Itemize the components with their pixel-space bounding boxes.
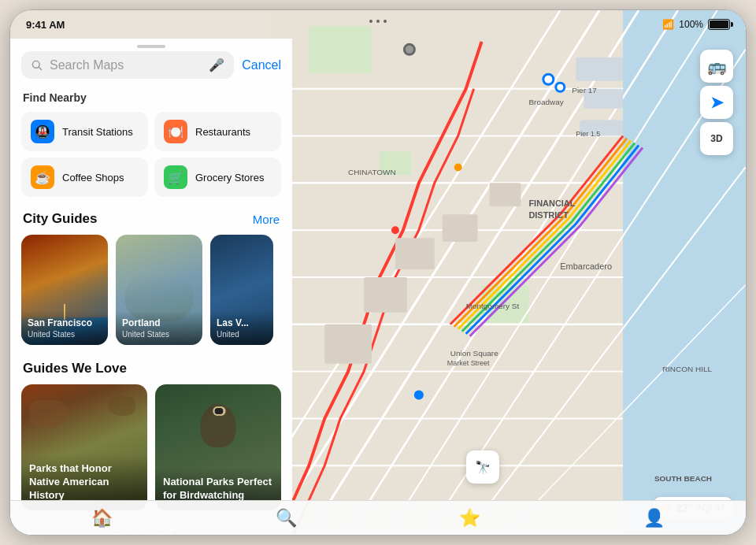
panel-handle <box>10 39 292 51</box>
restaurant-label: Restaurants <box>195 126 250 138</box>
search-icon <box>31 59 43 72</box>
search-placeholder: Search Maps <box>50 58 202 72</box>
profile-icon: 👤 <box>643 508 665 528</box>
transit-label: Transit Stations <box>62 126 133 138</box>
sf-title: San Francisco <box>28 317 102 330</box>
svg-text:Pier 1.5: Pier 1.5 <box>576 130 600 138</box>
drag-handle[interactable] <box>137 45 165 48</box>
map-controls: 🚌 ➤ 3D <box>700 50 733 155</box>
nearby-item-transit[interactable]: 🚇 Transit Stations <box>21 112 148 151</box>
portland-title: Portland <box>122 317 196 330</box>
location-button[interactable]: ➤ <box>700 86 733 119</box>
cancel-button[interactable]: Cancel <box>242 58 281 72</box>
guide-card-sf[interactable]: San Francisco United States <box>21 235 108 345</box>
3d-label: 3D <box>710 133 722 144</box>
svg-text:FINANCIAL: FINANCIAL <box>528 198 575 208</box>
svg-point-46 <box>414 391 424 400</box>
grocery-label: Grocery Stores <box>195 172 264 184</box>
svg-text:Union Square: Union Square <box>450 349 498 358</box>
svg-text:CHINATOWN: CHINATOWN <box>348 168 396 176</box>
search-input-wrapper[interactable]: Search Maps 🎤 <box>21 51 234 79</box>
svg-text:Montgomery St: Montgomery St <box>466 302 520 310</box>
find-nearby-label: Find Nearby <box>10 88 292 112</box>
nearby-item-restaurants[interactable]: 🍽️ Restaurants <box>154 112 281 151</box>
binoculars-button[interactable]: 🔭 <box>466 450 499 484</box>
nearby-grid: 🚇 Transit Stations 🍽️ Restaurants ☕ Coff… <box>10 112 292 208</box>
home-icon: 🏠 <box>91 508 113 528</box>
lasvegas-title: Las V... <box>217 317 267 330</box>
love-card-birds[interactable]: National Parks Perfect for Birdwatching <box>155 384 281 510</box>
transit-icon: 🚌 <box>707 57 727 76</box>
transit-button[interactable]: 🚌 <box>700 50 733 83</box>
svg-rect-29 <box>490 183 521 206</box>
binoculars-icon: 🔭 <box>475 460 491 475</box>
svg-text:DISTRICT: DISTRICT <box>528 210 569 220</box>
birds-title: National Parks Perfect for Birdwatching <box>163 476 273 502</box>
restaurant-icon: 🍽️ <box>164 120 187 143</box>
more-link[interactable]: More <box>253 213 280 226</box>
sf-card-overlay: San Francisco United States <box>21 311 108 345</box>
nearby-item-grocery[interactable]: 🛒 Grocery Stores <box>154 158 281 197</box>
svg-line-54 <box>39 67 42 70</box>
svg-rect-31 <box>324 324 372 364</box>
3d-button[interactable]: 3D <box>700 122 733 155</box>
status-right: 📶 100% <box>662 19 730 30</box>
portland-card-overlay: Portland United States <box>116 311 202 345</box>
svg-text:Market Street: Market Street <box>447 359 490 367</box>
guides-we-love-header: Guides We Love <box>10 358 292 384</box>
svg-text:Pier 17: Pier 17 <box>572 86 597 95</box>
svg-point-48 <box>454 163 462 171</box>
svg-rect-27 <box>395 238 435 269</box>
coffee-icon: ☕ <box>31 165 54 189</box>
guide-card-portland[interactable]: Portland United States <box>116 235 202 345</box>
svg-text:Embarcadero: Embarcadero <box>560 261 612 271</box>
guide-card-lasvegas[interactable]: Las V... United <box>210 235 273 345</box>
portland-subtitle: United States <box>122 330 196 339</box>
wifi-icon: 📶 <box>662 19 674 30</box>
grocery-icon: 🛒 <box>164 165 187 189</box>
svg-text:RINCON HILL: RINCON HILL <box>662 365 713 373</box>
lasvegas-card-overlay: Las V... United <box>210 311 273 345</box>
battery-icon <box>708 19 730 30</box>
location-icon: ➤ <box>710 93 724 112</box>
svg-rect-24 <box>576 57 623 81</box>
tab-explore[interactable]: 🔍 <box>276 508 297 528</box>
city-guides-title: City Guides <box>23 211 97 227</box>
explore-icon: 🔍 <box>276 508 297 528</box>
battery-percentage: 100% <box>679 19 703 30</box>
svg-text:Broadway: Broadway <box>528 98 563 106</box>
city-guides-header: City Guides More <box>10 208 292 235</box>
tab-favorites[interactable]: ⭐ <box>459 508 480 528</box>
status-bar: 9:41 AM 📶 100% <box>10 10 746 39</box>
svg-rect-28 <box>443 214 478 242</box>
tab-profile[interactable]: 👤 <box>643 508 665 528</box>
city-guides-row: San Francisco United States Portland Uni… <box>10 235 292 358</box>
status-time: 9:41 AM <box>26 19 65 31</box>
lasvegas-subtitle: United <box>217 330 267 339</box>
svg-text:SOUTH BEACH: SOUTH BEACH <box>654 474 712 483</box>
search-panel: Search Maps 🎤 Cancel Find Nearby 🚇 Trans… <box>10 39 292 535</box>
device-frame: FINANCIAL DISTRICT CHINATOWN Montgomery … <box>9 9 747 536</box>
svg-rect-30 <box>364 277 407 313</box>
love-card-parks[interactable]: Parks that Honor Native American History <box>21 384 147 510</box>
search-bar-container: Search Maps 🎤 Cancel <box>10 51 292 88</box>
svg-point-45 <box>544 76 552 83</box>
bottom-tab-bar: 🏠 🔍 ⭐ 👤 <box>10 500 746 535</box>
mic-icon[interactable]: 🎤 <box>209 57 224 72</box>
map-dots <box>369 20 387 23</box>
guides-we-love-title: Guides We Love <box>23 361 127 376</box>
sf-subtitle: United States <box>28 330 102 339</box>
nearby-item-coffee[interactable]: ☕ Coffee Shops <box>21 158 148 197</box>
parks-title: Parks that Honor Native American History <box>29 462 139 502</box>
transit-icon: 🚇 <box>31 120 54 143</box>
coffee-label: Coffee Shops <box>62 172 124 184</box>
svg-point-47 <box>391 226 399 234</box>
favorites-icon: ⭐ <box>459 508 480 528</box>
svg-point-52 <box>406 46 413 54</box>
tab-home[interactable]: 🏠 <box>91 508 113 528</box>
svg-point-50 <box>557 84 563 91</box>
